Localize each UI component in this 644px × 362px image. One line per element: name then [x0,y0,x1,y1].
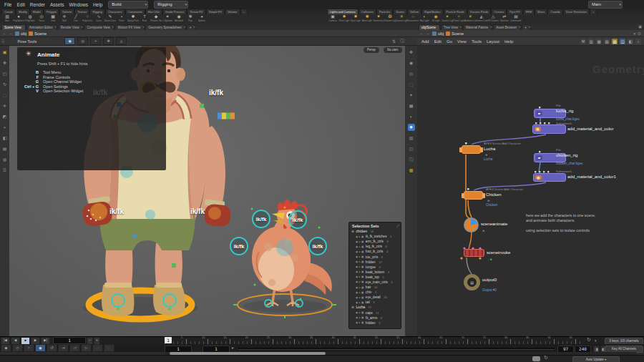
node-sceneanimate[interactable] [464,217,479,233]
pose-options-button[interactable]: ◬ [116,37,127,45]
go-to-start-button[interactable]: |◀ [1,337,10,345]
frame-inc-button[interactable]: + [94,337,100,345]
box-icon[interactable]: ▣ [361,270,364,273]
box-icon[interactable]: ▣ [361,275,364,278]
box-icon[interactable]: ▣ [361,311,364,314]
take-dropdown[interactable]: Main [588,1,623,9]
loop-mode-icon[interactable]: ↻ [587,337,591,343]
back-icon[interactable]: ← [419,31,424,36]
shelf-tool-ambient-light[interactable]: ☀Ambient Light [464,14,476,22]
tab-terrain-fx[interactable]: Terrain FX [187,9,205,14]
rig-control[interactable] [172,263,176,268]
play-reverse-button[interactable]: ◀ [11,337,20,345]
node-sceneinvoke[interactable] [464,249,484,257]
radio-icon[interactable]: ◉ [356,280,358,283]
radio-icon[interactable]: ◉ [356,311,358,314]
pin-icon[interactable]: ⊙ [638,31,641,36]
box-icon[interactable]: ▣ [361,255,364,258]
target-icon[interactable]: ⌖ [1,124,9,131]
radio-icon[interactable]: ◉ [356,270,358,273]
scale-icon[interactable]: ⬚ [1,92,9,99]
network-editor[interactable]: AddEditGoViewToolsLayoutHelp ⚒ ▥ ▦ ▧ ▨ ◫… [417,37,644,336]
selset-tongue[interactable]: ◉▸▣tongue4 [349,265,401,270]
shelf-tool-metaball[interactable]: ◉Metaball [173,14,185,22]
radio-icon[interactable]: ◉ [356,255,358,258]
pin-icon[interactable]: ⤢ [396,224,399,228]
tab-rigging[interactable]: Rigging [89,9,105,14]
move-icon[interactable]: ◰ [1,70,9,77]
highlight-icon[interactable]: ✦ [408,92,415,99]
rig-control[interactable] [284,207,286,209]
tab-oceans[interactable]: Oceans [491,9,507,14]
keys-summary-button[interactable]: 0 keys, 0/0 channels [605,338,643,345]
range-slider[interactable] [238,348,555,350]
tab-collisions[interactable]: Collisions [358,9,376,14]
prev-key-button[interactable]: ◁ [69,344,80,352]
box-icon[interactable]: ▣ [361,296,364,299]
tab-lights-and-cameras[interactable]: Lights and Cameras [327,9,358,14]
box-icon[interactable]: ▣ [361,235,364,238]
radio-icon[interactable]: ◉ [356,301,358,304]
tab-volume[interactable]: Volume [225,9,240,14]
pan-icon[interactable]: ✥ [408,49,415,56]
wrench-icon[interactable]: ⚒ [580,39,586,44]
tab-geometry-spreadsheet[interactable]: Geometry Spreadsheet [145,24,186,30]
menu-file[interactable]: File [4,2,11,7]
tab-constraints[interactable]: Constraints [125,9,145,14]
box-icon[interactable]: ▣ [361,291,364,294]
box-icon[interactable]: ▣ [361,260,364,263]
shelf-tool-pop[interactable]: ❋Pop [185,14,196,22]
auto-key-button[interactable]: ◉ [35,344,46,352]
node-title[interactable]: sceneanimate [481,222,507,226]
camera-badge[interactable]: No cam [384,47,402,53]
remove-key-button[interactable]: ◇ [12,344,23,352]
node-add-material-and-color[interactable]: ▦ [532,124,566,134]
tab-pyro-fx[interactable]: Pyro FX [507,9,522,14]
tab-item[interactable]: + [187,24,196,30]
shelf-tool-torus[interactable]: ◎Torus [36,14,47,22]
character-chicken[interactable] [233,200,336,318]
selset-ik-fk-switches[interactable]: ◉▸▣ik_fk_switches4 [349,234,401,239]
pose-reset-button[interactable]: ✥ [103,37,114,45]
shelf-tool-geometry-light[interactable]: ✷Geometry Light [373,14,384,22]
back-icon[interactable]: ← [2,31,6,36]
ikfk-switch[interactable]: ik/fk [190,207,205,215]
rig-control[interactable] [254,284,256,286]
shelf-tool-spot-light[interactable]: ✸Spot Light [350,14,361,22]
shelf-tool-gi-light[interactable]: ◉GI Light [430,14,441,22]
arrow-icon[interactable]: ▸ [359,286,361,289]
node-title[interactable]: add_material_and_color [567,127,613,131]
global-end-field[interactable]: 240 [575,346,591,353]
selset-eye-detail[interactable]: ◉▸▣eye_detail16 [349,295,401,300]
tab-item[interactable]: + [240,9,248,14]
tab-vellum[interactable]: Vellum [407,9,421,14]
box-icon[interactable]: ▣ [361,245,364,248]
node-title[interactable]: lucha_rig [556,109,573,113]
menu-add[interactable]: Add [421,39,429,44]
node-chicken[interactable] [464,191,483,200]
rig-control[interactable] [218,113,235,119]
selset-toe-ctrls[interactable]: ◉▸▣toe_ctrls8 [349,254,401,259]
box-icon[interactable]: ▣ [361,316,364,319]
grid-icon[interactable]: ▦ [596,39,602,44]
shelf-tool-sky-light[interactable]: ◐Sky Light [419,14,430,22]
selset-chin[interactable]: ◉▸▣chin3 [349,290,401,295]
arrow-icon[interactable]: ▸ [359,245,361,248]
arrow-icon[interactable]: ▸ [359,235,361,238]
split-icon[interactable]: ◫ [408,145,415,152]
shelf-tool-curve[interactable]: ∿Curve [93,14,104,22]
rig-control[interactable] [111,293,125,308]
search-icon[interactable]: ⌕ [635,39,641,44]
snap-icon[interactable]: ◩ [1,113,9,120]
menu-edit[interactable]: Edit [434,39,441,44]
drag-handle-icon[interactable]: ⠿ [1,39,4,44]
frame-dec-button[interactable]: – [87,337,93,345]
rig-control[interactable] [318,227,321,229]
rig-control[interactable] [300,298,302,300]
menu-set-dropdown[interactable]: Rigging [154,1,188,9]
selset-hidden[interactable]: ◉▸▣hidden3 [349,321,401,326]
rotate-icon[interactable]: ↻ [1,81,9,88]
box-icon[interactable]: ▣ [361,301,364,304]
tab-guide-process[interactable]: Guide Process [162,9,187,14]
radio-icon[interactable]: ◉ [356,260,358,263]
